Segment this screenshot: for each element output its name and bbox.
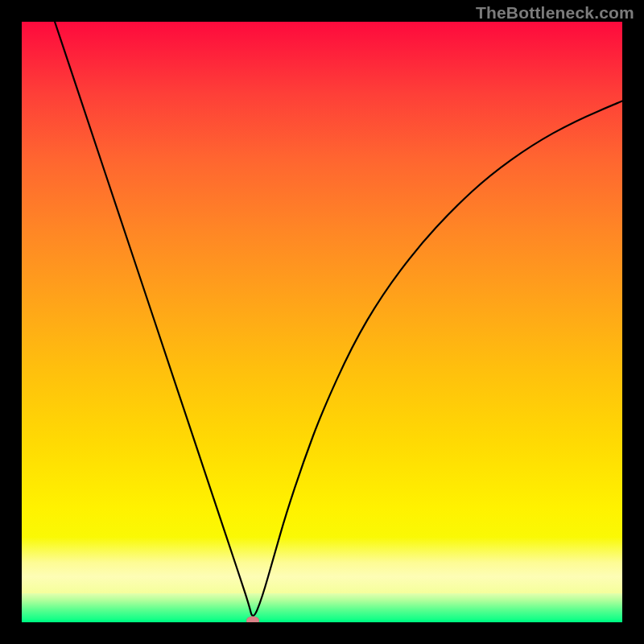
curve-layer [22, 22, 622, 622]
plot-area [22, 22, 622, 622]
watermark-text: TheBottleneck.com [476, 3, 634, 23]
minimum-marker [246, 616, 259, 622]
chart-frame: TheBottleneck.com [0, 0, 644, 644]
bottleneck-curve [55, 22, 622, 616]
